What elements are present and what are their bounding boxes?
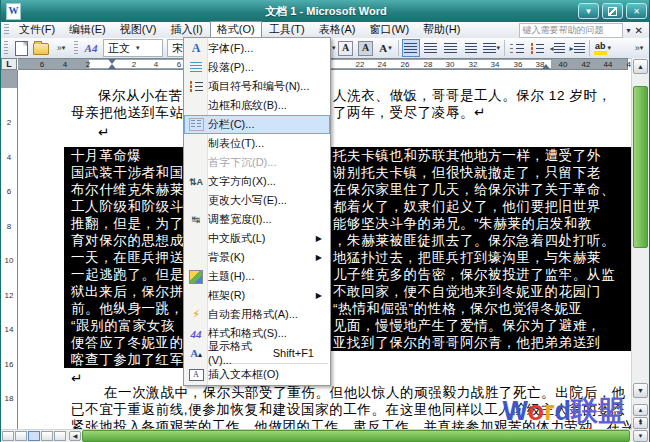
- highlight-button[interactable]: ab▾: [593, 39, 612, 57]
- increase-indent-button[interactable]: [568, 39, 586, 57]
- menu-item-tabs[interactable]: 制表位(T)...: [184, 134, 330, 153]
- web-layout-view-button[interactable]: [15, 431, 27, 441]
- scroll-left-button[interactable]: ◀: [69, 431, 81, 441]
- wordlm-watermark-logo: Word联盟: [502, 398, 625, 425]
- ruler-number: 6: [40, 60, 44, 70]
- document-text-selected: 谢别托夫卡镇，但很快就撤走了，只留下老: [333, 165, 601, 181]
- hanging-indent-marker[interactable]: [108, 60, 116, 69]
- menu-item-label: 段落(P)...: [208, 60, 254, 75]
- menu-item-autoformat[interactable]: ⚡自动套用格式(A)...: [184, 305, 330, 324]
- character-scaling-button[interactable]: A▾: [377, 39, 395, 57]
- menu-item-frames[interactable]: 框架(R)▶: [184, 286, 330, 305]
- toolbar-grip: [4, 41, 8, 55]
- line-spacing-icon: [483, 43, 496, 54]
- open-button[interactable]: [32, 39, 50, 57]
- document-text-selected: 地猛扑过去，把匪兵打到壕沟里，与朱赫莱: [333, 250, 601, 266]
- character-border-icon: A: [338, 41, 353, 56]
- normal-view-button[interactable]: [2, 431, 14, 441]
- watermark-letter: d: [555, 396, 572, 426]
- menubar-item-help[interactable]: 帮助(H): [416, 21, 467, 40]
- menu-item-theme[interactable]: 主题(H)...: [184, 267, 330, 286]
- next-page-button[interactable]: ▼▼: [633, 430, 648, 442]
- menu-item-insert-textbox[interactable]: A插入文本框(O): [184, 365, 330, 384]
- tab-selector[interactable]: L: [1, 58, 17, 70]
- horizontal-scroll-thumb[interactable]: [82, 430, 630, 442]
- menu-item-background[interactable]: 背景(K)▶: [184, 248, 330, 267]
- align-center-button[interactable]: [422, 39, 440, 57]
- font-size-dropdown-icon[interactable]: ▾: [332, 44, 336, 52]
- ruler-number: 16: [1, 360, 17, 369]
- highlight-icon: ab: [594, 41, 607, 55]
- menu-item-label: 文字方向(X)...: [208, 174, 276, 189]
- bullets-button[interactable]: [528, 39, 546, 57]
- document-close-icon[interactable]: ✕: [635, 25, 643, 36]
- print-layout-view-button[interactable]: [28, 431, 40, 441]
- menu-item-label: 分栏(C)...: [208, 117, 254, 132]
- character-shading-icon: A: [358, 41, 373, 56]
- select-browse-object-button[interactable]: ●: [633, 417, 648, 429]
- menu-item-borders-shading[interactable]: 边框和底纹(B)...: [184, 96, 330, 115]
- distribute-icon: [465, 43, 477, 54]
- menu-item-label: 项目符号和编号(N)...: [208, 79, 309, 94]
- chevron-down-icon: ▾: [136, 44, 140, 52]
- document-text-selected: 在保尔家里住了几天，给保尔讲了关于革命、: [333, 182, 615, 198]
- document-text-selected: 一起逃跑了。但是: [71, 267, 184, 283]
- menu-item-change-case[interactable]: 更改大小写(E)...: [184, 191, 330, 210]
- document-text: 了两年，受尽了凌辱。↵: [333, 105, 486, 121]
- document-text-selected: “跟别的富家女孩: [71, 318, 175, 334]
- character-shading-button[interactable]: A: [357, 39, 375, 57]
- scroll-down-button[interactable]: ▼: [633, 383, 648, 398]
- numbering-button[interactable]: [508, 39, 526, 57]
- align-left-button[interactable]: [402, 39, 420, 57]
- toolbar-overflow-button-right[interactable]: »▾: [630, 39, 648, 57]
- ruler-number: 36: [514, 60, 523, 70]
- menu-item-columns[interactable]: 分栏(C)...: [184, 115, 330, 134]
- document-text: 母亲把他送到车站: [71, 105, 184, 121]
- document-text-selected: 一天，在匪兵押送: [71, 250, 184, 266]
- ruler-number: 2: [132, 60, 136, 70]
- menu-item-paragraph[interactable]: 段落(P)...: [184, 58, 330, 77]
- distribute-button[interactable]: [462, 39, 480, 57]
- document-text-selected: 工人阶级和阶级斗: [71, 199, 184, 215]
- help-dropdown-icon[interactable]: ▾: [627, 26, 631, 35]
- menu-item-font[interactable]: A字体(F)...: [184, 39, 330, 58]
- menubar-item-view[interactable]: 视图(V): [113, 21, 164, 40]
- scroll-up-button[interactable]: ▲: [633, 59, 648, 74]
- menu-item-reveal-formatting[interactable]: A显示格式(V)...Shift+F1: [184, 343, 330, 362]
- decrease-indent-button[interactable]: [548, 39, 566, 57]
- new-document-button[interactable]: [12, 39, 30, 57]
- toolbar-overflow-button[interactable]: »▾: [52, 39, 70, 57]
- menubar-item-window[interactable]: 窗口(W): [362, 21, 416, 40]
- ruler-number: 30: [446, 60, 455, 70]
- help-question-input[interactable]: 键入需要帮助的问题: [519, 23, 623, 38]
- close-button[interactable]: ✕: [626, 3, 647, 19]
- menu-item-adjust-width[interactable]: ↹调整宽度(I)...: [184, 210, 330, 229]
- menu-item-drop-cap[interactable]: 首字下沉(D)...: [184, 153, 330, 172]
- watermark-letter: 联盟: [571, 396, 625, 426]
- document-text-selected: “热情和倔强”的性格，保尔也觉得冬妮亚: [333, 301, 583, 317]
- vertical-scroll-thumb[interactable]: [633, 86, 648, 248]
- menubar-item-file[interactable]: 文件(F): [12, 21, 62, 40]
- align-right-button[interactable]: [442, 39, 460, 57]
- vertical-scrollbar[interactable]: ▲ ▼ ▲▲ ● ▼▼: [631, 58, 649, 442]
- character-border-button[interactable]: A: [337, 39, 355, 57]
- outline-view-button[interactable]: [41, 431, 53, 441]
- restore-button[interactable]: [602, 3, 623, 19]
- style-combo[interactable]: 正文 ▾: [103, 39, 163, 57]
- right-indent-marker[interactable]: [542, 60, 550, 69]
- watermark-letter: r: [544, 396, 555, 426]
- new-document-icon: [15, 41, 28, 56]
- menu-item-text-direction[interactable]: ⇅A文字方向(X)...: [184, 172, 330, 191]
- menubar-item-edit[interactable]: 编辑(E): [62, 21, 113, 40]
- horizontal-scrollbar[interactable]: ◀: [1, 429, 632, 442]
- toolbar-separator: [398, 40, 399, 56]
- ruler-number: 40: [559, 60, 568, 70]
- styles-pane-button[interactable]: A4: [82, 39, 100, 57]
- previous-page-button[interactable]: ▲▲: [633, 404, 648, 416]
- align-right-icon: [444, 43, 457, 54]
- menu-item-bullets-numbering[interactable]: 项目符号和编号(N)...: [184, 77, 330, 96]
- reading-view-button[interactable]: [54, 431, 66, 441]
- line-spacing-button[interactable]: ▾: [482, 39, 502, 57]
- minimize-button[interactable]: ▼: [578, 3, 599, 19]
- menu-item-asian-layout[interactable]: 中文版式(L)▶: [184, 229, 330, 248]
